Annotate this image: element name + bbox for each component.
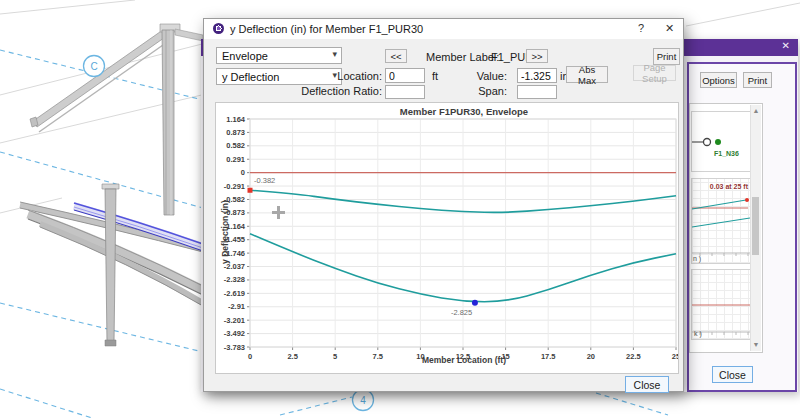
chart-title: Member F1PUR30, Envelope bbox=[250, 106, 678, 117]
beam bbox=[30, 24, 180, 132]
beam bbox=[162, 29, 203, 215]
node-diagram-card[interactable]: F1_N36 bbox=[691, 111, 751, 172]
span-input[interactable] bbox=[517, 85, 557, 99]
results-scroll-area: F1_N36 0.03 at 25 ft n ) bbox=[689, 103, 763, 353]
next-member-button[interactable]: >> bbox=[526, 49, 548, 63]
deflection-ratio-input[interactable] bbox=[385, 85, 425, 99]
node-diagram bbox=[692, 112, 750, 171]
mini-axis-label-k: k ) bbox=[694, 330, 702, 337]
tick-label-y: 0 bbox=[241, 168, 245, 177]
span-label: Span: bbox=[466, 85, 507, 97]
location-input[interactable] bbox=[385, 68, 425, 83]
node-label: F1_N36 bbox=[714, 150, 739, 157]
result-set-dropdown[interactable]: Envelope ▾ bbox=[216, 47, 342, 64]
y-axis-label: y Deflection (in) bbox=[220, 167, 230, 297]
location-unit: ft bbox=[432, 70, 438, 82]
tick-label-y: -2.91 bbox=[228, 302, 245, 311]
mini-max-marker bbox=[745, 198, 749, 202]
mini-deflection-plot bbox=[692, 179, 750, 263]
grid-bubble-c: C bbox=[84, 56, 105, 77]
plot-type-value: y Deflection bbox=[222, 71, 279, 83]
mini-axis-label-in: n ) bbox=[693, 255, 701, 262]
scroll-up-icon[interactable]: ▲ bbox=[751, 106, 761, 116]
tick-label-y: -3.492 bbox=[224, 329, 245, 338]
abs-max-button[interactable]: Abs Max bbox=[566, 66, 608, 83]
annotation-marker bbox=[472, 300, 478, 306]
mini-force-plot bbox=[692, 270, 750, 339]
scrollbar-thumb[interactable] bbox=[752, 197, 759, 255]
close-icon-dialog[interactable]: ✕ bbox=[665, 22, 674, 35]
dialog: y Deflection (in) for Member F1_PUR30 ? … bbox=[203, 18, 684, 392]
help-button[interactable]: ? bbox=[638, 22, 644, 34]
force-mini-card[interactable]: k ) bbox=[691, 269, 751, 340]
dialog-title: y Deflection (in) for Member F1_PUR30 bbox=[230, 23, 423, 35]
print-button-panel[interactable]: Print bbox=[743, 72, 772, 88]
node-open-circle bbox=[704, 139, 711, 146]
member-label-caption: Member Label: bbox=[426, 51, 499, 63]
x-axis-label: Member Location (ft) bbox=[250, 355, 678, 365]
chevron-down-icon: ▾ bbox=[332, 49, 337, 59]
value-input[interactable] bbox=[517, 68, 557, 83]
tick-label-y: -3.201 bbox=[224, 316, 245, 325]
beam bbox=[102, 184, 119, 346]
node-green-dot bbox=[715, 139, 721, 145]
grid-bubble-4: 4 bbox=[353, 390, 374, 411]
tick-label-y: 1.164 bbox=[226, 115, 246, 124]
close-button-panel[interactable]: Close bbox=[712, 366, 753, 383]
page-setup-button[interactable]: Page Setup bbox=[633, 65, 676, 81]
crosshair-cursor bbox=[272, 206, 285, 219]
scroll-down-icon[interactable]: ▼ bbox=[751, 340, 761, 350]
close-button-dialog[interactable]: Close bbox=[625, 376, 669, 393]
location-label: Location: bbox=[322, 70, 382, 82]
tick-label-y: -3.783 bbox=[224, 343, 245, 352]
grid-bubble-c-label: C bbox=[90, 61, 97, 72]
app-icon bbox=[213, 23, 224, 34]
result-set-value: Envelope bbox=[222, 50, 268, 62]
grid-bubble-4-label: 4 bbox=[360, 395, 366, 406]
deflection-ratio-label: Deflection Ratio: bbox=[294, 85, 382, 97]
close-icon[interactable]: ✕ bbox=[782, 40, 790, 51]
annotation-label: -2.825 bbox=[451, 308, 472, 317]
annotation-marker bbox=[248, 188, 253, 193]
tick-label-y: 0.582 bbox=[226, 141, 245, 150]
dialog-titlebar[interactable]: y Deflection (in) for Member F1_PUR30 ? … bbox=[204, 19, 683, 39]
tick-label-y: 0.873 bbox=[226, 128, 245, 137]
scrollbar[interactable]: ▲ ▼ bbox=[750, 105, 761, 351]
options-button[interactable]: Options bbox=[700, 72, 737, 88]
deflection-mini-card[interactable]: 0.03 at 25 ft n ) bbox=[691, 178, 751, 264]
value-label: Value: bbox=[459, 70, 507, 82]
tick-label-y: 0.291 bbox=[226, 155, 245, 164]
chart-panel: Member F1PUR30, Envelope y Deflection (i… bbox=[215, 102, 679, 374]
prev-member-button[interactable]: << bbox=[385, 49, 407, 63]
screen: { "cad": { "bubble_c": "C", "bubble_4": … bbox=[0, 0, 800, 418]
annotation-label: -0.382 bbox=[254, 176, 275, 185]
chart-svg: 1.1640.8730.5820.2910-0.291-0.582-0.873-… bbox=[216, 103, 678, 373]
